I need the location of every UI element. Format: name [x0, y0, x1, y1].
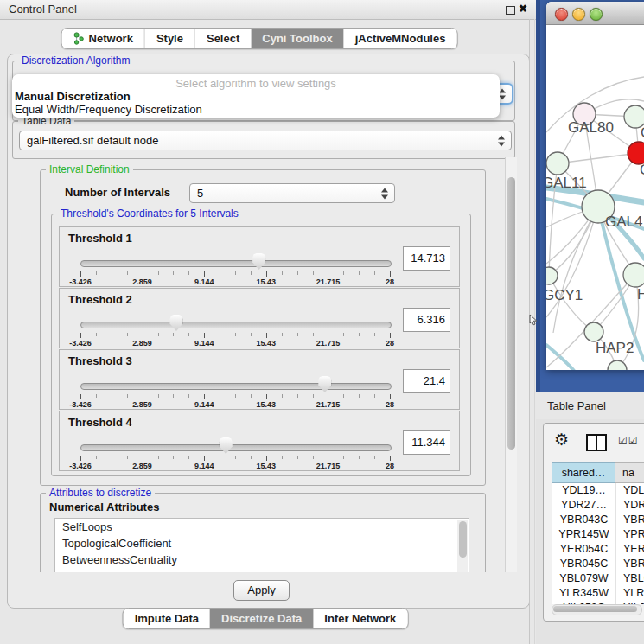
attribute-list-item[interactable]: SelfLoops — [55, 519, 469, 535]
slider-track[interactable] — [80, 383, 392, 390]
network-edge[interactable] — [549, 276, 594, 332]
tab-network[interactable]: Network — [62, 29, 144, 48]
slider-tick-labels: -3.4262.8599.14415.4321.71528 — [80, 277, 390, 288]
cell-shared-name: YDL19… — [552, 483, 616, 498]
table-row[interactable]: YER054CYER0 — [552, 542, 644, 557]
list-scrollbar[interactable] — [457, 520, 468, 572]
column-header-name[interactable]: na — [615, 462, 644, 483]
tab-style[interactable]: Style — [144, 29, 194, 48]
slider-thumb[interactable] — [169, 315, 182, 331]
node-label-g: G — [641, 124, 644, 141]
node-label-gal11: GAL11 — [546, 175, 587, 191]
network-window-titlebar[interactable] — [546, 2, 644, 25]
table-row[interactable]: YDR27…YDR2 — [552, 498, 644, 513]
slider-track[interactable] — [80, 322, 392, 328]
tab-jactivemnodules[interactable]: jActiveMNodules — [344, 29, 457, 48]
node-table: shared… na YDL19…YDL1YDR27…YDR2YBR043CYB… — [552, 462, 644, 604]
tab-select[interactable]: Select — [194, 29, 251, 48]
threshold-coordinates-title: Threshold's Coordinates for 5 Intervals — [57, 207, 242, 220]
table-row[interactable]: YBR043CYBR0 — [552, 513, 644, 527]
cell-name: YDL1 — [616, 483, 644, 498]
number-of-intervals-label: Number of Intervals — [65, 186, 170, 199]
table-row[interactable]: YBR045CYBR0 — [552, 557, 644, 571]
combo-stepper-icon — [499, 88, 507, 99]
threshold-slider[interactable]: -3.4262.8599.14415.4321.71528 — [80, 253, 390, 284]
network-node-green[interactable] — [546, 152, 569, 175]
settings-scroll-viewport: Interval Definition Number of Intervals … — [12, 157, 505, 572]
threshold-slider[interactable]: -3.4262.8599.14415.4321.71528 — [80, 437, 390, 469]
threshold-value-field[interactable]: 11.344 — [403, 430, 450, 455]
zoom-light[interactable] — [590, 8, 603, 21]
tab-label: Infer Network — [324, 612, 396, 625]
network-edge[interactable] — [558, 153, 639, 163]
slider-ticks — [80, 333, 390, 339]
network-edge-highlighted[interactable] — [546, 345, 574, 370]
checkboxes-icon[interactable]: ☑☑ — [618, 435, 639, 447]
table-row[interactable]: YPR145WYPR1 — [552, 527, 644, 542]
threshold-slider[interactable]: -3.4262.8599.14415.4321.71528 — [80, 376, 390, 407]
cell-name: YBR0 — [616, 513, 644, 527]
cell-shared-name: YBR045C — [552, 557, 616, 571]
attribute-items: SelfLoopsTopologicalCoefficientBetweenne… — [55, 519, 469, 568]
float-window-icon[interactable] — [506, 6, 515, 15]
dropdown-option-manual-discretization[interactable]: Manual Discretization — [15, 90, 131, 103]
table-horizontal-scrollbar[interactable] — [552, 604, 642, 615]
discretization-algorithm-title: Discretization Algorithm — [18, 54, 133, 67]
threshold-label: Threshold 1 — [68, 232, 132, 245]
tab-infer-network[interactable]: Infer Network — [313, 609, 407, 628]
numerical-attributes-list[interactable]: SelfLoopsTopologicalCoefficientBetweenne… — [54, 518, 469, 572]
slider-ticks — [80, 456, 390, 462]
table-horizontal-scrollbar-thumb[interactable] — [553, 606, 637, 612]
split-columns-icon[interactable] — [586, 434, 607, 451]
number-of-intervals-combobox[interactable]: 5 — [189, 183, 395, 203]
slider-track[interactable] — [80, 444, 392, 451]
slider-thumb[interactable] — [220, 437, 233, 454]
tab-discretize-data[interactable]: Discretize Data — [210, 609, 313, 628]
cell-name: YER0 — [616, 542, 644, 557]
table-panel-title: Table Panel — [547, 399, 606, 412]
table-row[interactable]: YDL19…YDL1 — [552, 483, 644, 498]
network-view-window: GAL80GCGAL11GAL4GCY1HHAP2 — [546, 2, 644, 370]
close-icon[interactable]: ✖ — [519, 3, 527, 15]
attributes-group: Attributes to discretize Numerical Attri… — [40, 493, 486, 572]
slider-track[interactable] — [80, 260, 392, 267]
threshold-value-field[interactable]: 14.713 — [403, 246, 450, 271]
threshold-value-field[interactable]: 6.316 — [403, 308, 450, 332]
threshold-slider[interactable]: -3.4262.8599.14415.4321.71528 — [80, 315, 390, 346]
threshold-row: Threshold 3 -3.4262.8599.14415.4321.7152… — [59, 349, 460, 410]
tab-label: Impute Data — [135, 612, 199, 625]
network-graph: GAL80GCGAL11GAL4GCY1HHAP2 — [546, 25, 644, 370]
slider-thumb[interactable] — [318, 376, 331, 392]
tab-label: Network — [89, 32, 133, 45]
dropdown-option-equal-width-frequency[interactable]: Equal Width/Frequency Discretization — [15, 103, 202, 116]
close-light[interactable] — [555, 8, 568, 21]
column-header-shared-name[interactable]: shared… — [552, 462, 615, 483]
network-node-green[interactable] — [584, 322, 603, 341]
cell-shared-name: YER054C — [552, 542, 616, 557]
panel-divider — [534, 19, 535, 644]
slider-thumb[interactable] — [252, 253, 265, 270]
network-canvas[interactable]: GAL80GCGAL11GAL4GCY1HHAP2 — [546, 25, 644, 370]
threshold-label: Threshold 4 — [68, 416, 132, 429]
table-row[interactable]: YLR345WYLR3 — [552, 586, 644, 601]
tab-cyni-toolbox[interactable]: Cyni Toolbox — [251, 29, 343, 48]
threshold-label: Threshold 2 — [68, 293, 132, 306]
gear-icon[interactable]: ⚙ — [554, 431, 569, 448]
network-node-green[interactable] — [623, 263, 644, 287]
minimize-light[interactable] — [572, 8, 585, 21]
table-data-combobox[interactable]: galFiltered.sif default node — [19, 131, 512, 150]
list-scrollbar-thumb[interactable] — [459, 521, 467, 558]
combo-stepper-icon — [498, 135, 506, 146]
interval-definition-title: Interval Definition — [46, 163, 133, 175]
panel-scrollbar[interactable] — [505, 157, 517, 572]
tab-impute-data[interactable]: Impute Data — [124, 609, 210, 628]
attribute-list-item[interactable]: BetweennessCentrality — [55, 552, 469, 568]
panel-scrollbar-thumb[interactable] — [507, 177, 515, 450]
apply-button[interactable]: Apply — [233, 580, 290, 601]
table-row[interactable]: YBL079WYBL0 — [552, 571, 644, 586]
node-label-hap2: HAP2 — [596, 340, 634, 356]
cell-shared-name: YBR043C — [552, 513, 616, 527]
table-panel-titlebar: Table Panel — [536, 392, 644, 420]
attribute-list-item[interactable]: TopologicalCoefficient — [55, 535, 469, 552]
threshold-value-field[interactable]: 21.4 — [403, 369, 450, 393]
